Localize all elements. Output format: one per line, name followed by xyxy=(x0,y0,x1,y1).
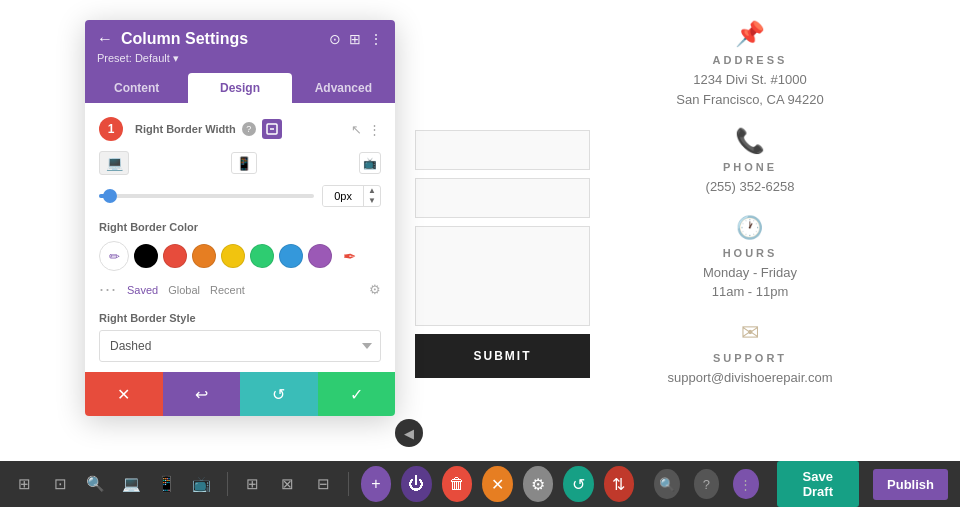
toolbar-undo-button[interactable]: ↺ xyxy=(563,466,594,502)
support-icon: ✉ xyxy=(741,320,759,346)
redo-button[interactable]: ↺ xyxy=(240,372,318,416)
contact-address-section: 📌 ADDRESS 1234 Divi St. #1000San Francis… xyxy=(676,20,823,109)
phone-value: (255) 352-6258 xyxy=(706,177,795,197)
device-tab-tablet[interactable]: 📱 xyxy=(231,152,257,174)
toolbar-sep-1 xyxy=(227,472,228,496)
color-swatch-green[interactable] xyxy=(250,244,274,268)
panel-preset[interactable]: Preset: Default ▾ xyxy=(97,52,383,73)
toolbar-settings-button[interactable]: ⚙ xyxy=(523,466,554,502)
toolbar-close-button[interactable]: ✕ xyxy=(482,466,513,502)
contact-form: SUBMIT xyxy=(415,130,590,378)
cursor-icon[interactable]: ↖ xyxy=(351,122,362,137)
border-width-label: Right Border Width xyxy=(135,123,236,135)
reset-icon[interactable]: ⊙ xyxy=(329,31,341,47)
expand-icon[interactable]: ⊞ xyxy=(349,31,361,47)
toolbar-sort-button[interactable]: ⇅ xyxy=(604,466,635,502)
toolbar-info-button[interactable]: ⋮ xyxy=(733,469,758,499)
slider-arrows: ▲ ▼ xyxy=(363,186,380,206)
submit-button-label: SUBMIT xyxy=(474,349,532,363)
color-global-tab[interactable]: Global xyxy=(168,284,200,296)
color-swatch-blue[interactable] xyxy=(279,244,303,268)
column-settings-panel: ← Column Settings ⊙ ⊞ ⋮ Preset: Default … xyxy=(85,20,395,416)
color-recent-tab[interactable]: Recent xyxy=(210,284,245,296)
bottom-toolbar: ⊞ ⊡ 🔍 💻 📱 📺 ⊞ ⊠ ⊟ + ⏻ 🗑 ✕ ⚙ ↺ ⇅ 🔍 ? ⋮ Sa… xyxy=(0,461,960,507)
border-style-label: Right Border Style xyxy=(99,312,381,324)
color-more-dots[interactable]: ··· xyxy=(99,279,117,300)
device-tab-desktop[interactable]: 💻 xyxy=(99,151,129,175)
toolbar-sep-2 xyxy=(348,472,349,496)
contact-hours-section: 🕐 HOURS Monday - Friday11am - 11pm xyxy=(703,215,797,302)
border-style-select[interactable]: None Solid Dashed Dotted Double xyxy=(99,330,381,362)
panel-tabs: Content Design Advanced xyxy=(85,73,395,103)
address-label: ADDRESS xyxy=(713,54,788,66)
tab-advanced[interactable]: Advanced xyxy=(292,73,395,103)
form-name-input[interactable] xyxy=(415,130,590,170)
color-swatch-orange[interactable] xyxy=(192,244,216,268)
slider-value-input[interactable] xyxy=(323,186,363,206)
color-settings-icon[interactable]: ⚙ xyxy=(369,282,381,297)
phone-label: PHONE xyxy=(723,161,777,173)
sync-icon[interactable] xyxy=(262,119,282,139)
toolbar-help-button[interactable]: ? xyxy=(694,469,719,499)
color-custom-icon[interactable]: ✒ xyxy=(337,244,361,268)
slider-track[interactable] xyxy=(99,194,314,198)
form-message-textarea[interactable] xyxy=(415,226,590,326)
field-header-icons: ↖ ⋮ xyxy=(351,122,381,137)
support-value: support@divishoerepair.com xyxy=(668,368,833,388)
toolbar-delete-button[interactable]: 🗑 xyxy=(442,466,473,502)
color-swatch-black[interactable] xyxy=(134,244,158,268)
border-color-label: Right Border Color xyxy=(99,221,381,233)
color-saved-tab[interactable]: Saved xyxy=(127,284,158,296)
hours-label: HOURS xyxy=(723,247,778,259)
form-email-input[interactable] xyxy=(415,178,590,218)
toolbar-zoom-icon[interactable]: ⊟ xyxy=(310,469,335,499)
color-swatch-yellow[interactable] xyxy=(221,244,245,268)
toolbar-search-icon[interactable]: 🔍 xyxy=(83,469,108,499)
toolbar-wireframe-icon[interactable]: ⊠ xyxy=(275,469,300,499)
toolbar-grid-icon[interactable]: ⊞ xyxy=(239,469,264,499)
color-swatch-purple[interactable] xyxy=(308,244,332,268)
address-icon: 📌 xyxy=(735,20,765,48)
panel-header: ← Column Settings ⊙ ⊞ ⋮ Preset: Default … xyxy=(85,20,395,73)
slider-up[interactable]: ▲ xyxy=(364,186,380,196)
back-button[interactable]: ← xyxy=(97,30,113,48)
panel-actions: ✕ ↩ ↺ ✓ xyxy=(85,372,395,416)
slider-down[interactable]: ▼ xyxy=(364,196,380,206)
slider-thumb[interactable] xyxy=(103,189,117,203)
toolbar-tablet-icon[interactable]: 📱 xyxy=(154,469,179,499)
sync-svg xyxy=(266,123,278,135)
toolbar-add-button[interactable]: + xyxy=(361,466,392,502)
address-value: 1234 Divi St. #1000San Francisco, CA 942… xyxy=(676,70,823,109)
toolbar-search-button[interactable]: 🔍 xyxy=(654,469,679,499)
toolbar-desktop-icon[interactable]: 💻 xyxy=(118,469,143,499)
collapse-button[interactable]: ◀ xyxy=(395,419,423,447)
panel-title-left: ← Column Settings xyxy=(97,30,248,48)
toolbar-menu-icon[interactable]: ⊞ xyxy=(12,469,37,499)
device-indicator: 1 xyxy=(99,117,123,141)
publish-button[interactable]: Publish xyxy=(873,469,948,500)
tab-content[interactable]: Content xyxy=(85,73,188,103)
panel-title-row: ← Column Settings ⊙ ⊞ ⋮ xyxy=(97,30,383,48)
help-icon[interactable]: ? xyxy=(242,122,256,136)
device-tab-mobile[interactable]: 📺 xyxy=(359,152,381,174)
tab-design[interactable]: Design xyxy=(188,73,291,103)
toolbar-mobile-icon[interactable]: 📺 xyxy=(189,469,214,499)
phone-icon: 📞 xyxy=(735,127,765,155)
color-edit-button[interactable]: ✏ xyxy=(99,241,129,271)
color-row: ✏ ✒ xyxy=(99,241,381,271)
save-draft-button[interactable]: Save Draft xyxy=(777,461,860,507)
border-width-label-row: 1 Right Border Width ? ↖ ⋮ xyxy=(99,117,381,141)
slider-input-group: ▲ ▼ xyxy=(322,185,381,207)
cancel-button[interactable]: ✕ xyxy=(85,372,163,416)
undo-button[interactable]: ↩ xyxy=(163,372,241,416)
color-swatch-red[interactable] xyxy=(163,244,187,268)
toolbar-layout-icon[interactable]: ⊡ xyxy=(47,469,72,499)
panel-body: 1 Right Border Width ? ↖ ⋮ 💻 📱 📺 xyxy=(85,103,395,362)
field-more-icon[interactable]: ⋮ xyxy=(368,122,381,137)
toolbar-power-button[interactable]: ⏻ xyxy=(401,466,432,502)
contact-panel: 📌 ADDRESS 1234 Divi St. #1000San Francis… xyxy=(540,0,960,507)
confirm-button[interactable]: ✓ xyxy=(318,372,396,416)
submit-button[interactable]: SUBMIT xyxy=(415,334,590,378)
more-icon[interactable]: ⋮ xyxy=(369,31,383,47)
contact-support-section: ✉ SUPPORT support@divishoerepair.com xyxy=(668,320,833,388)
